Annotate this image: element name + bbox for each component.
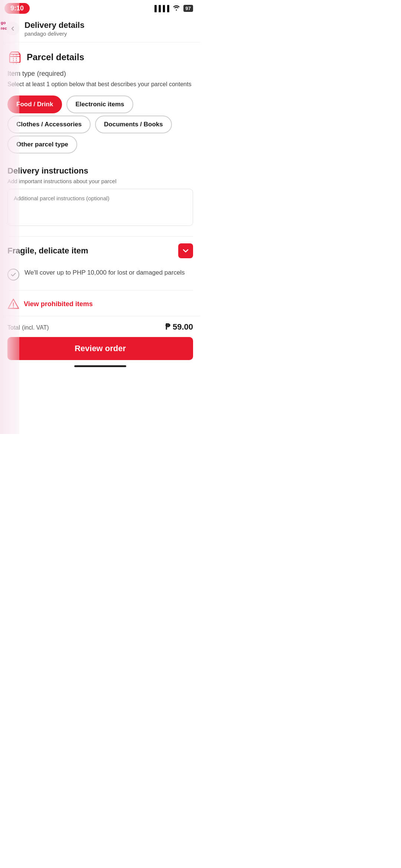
page-subtitle: pandago delivery [25,30,84,37]
delivery-instructions-desc: Add important instructions about your pa… [7,178,193,184]
pill-other-parcel-type[interactable]: Other parcel type [7,136,77,153]
delivery-instructions-title: Delivery instructions [7,166,193,176]
svg-rect-0 [10,54,20,62]
fragile-title: Fragile, delicate item [7,246,88,256]
item-type-description: Select at least 1 option below that best… [7,80,193,89]
main-content: Parcel details Item type (required) Sele… [0,42,200,316]
header-text: Delivery details pandago delivery [25,20,84,37]
parcel-instructions-input[interactable] [7,189,193,226]
view-prohibited-link[interactable]: View prohibited items [24,300,93,308]
fragile-coverage-info: We'll cover up to PHP 10,000 for lost or… [7,264,193,284]
item-type-pills-row2: Clothes / Accessories Documents / Books [7,116,193,133]
item-type-pills: Food / Drink Electronic items [7,95,193,113]
total-amount: ₱ 59.00 [165,322,193,332]
pill-clothes-accessories[interactable]: Clothes / Accessories [7,116,91,133]
total-label: Total (incl. VAT) [7,323,49,331]
parcel-icon [7,50,22,65]
header: Delivery details pandago delivery [0,17,200,42]
home-indicator [0,360,200,370]
parcel-section-header: Parcel details [7,42,193,69]
review-order-button[interactable]: Review order [7,337,193,360]
signal-icon: ▐▐▐▐ [152,5,169,12]
pill-documents-books[interactable]: Documents / Books [95,116,172,133]
fragile-section: Fragile, delicate item We'll cover up to… [7,236,193,284]
svg-point-2 [13,307,14,307]
total-row: Total (incl. VAT) ₱ 59.00 [7,322,193,332]
page-title: Delivery details [25,20,84,30]
back-button[interactable] [6,22,19,35]
status-bar: 9:10 ▐▐▐▐ 97 [0,0,200,17]
prohibited-items-row: View prohibited items [7,290,193,316]
status-icons: ▐▐▐▐ 97 [152,5,193,12]
home-bar [74,365,126,367]
warning-icon [7,298,19,310]
check-circle-icon [7,269,19,281]
footer: Total (incl. VAT) ₱ 59.00 Review order [0,316,200,360]
fragile-toggle-button[interactable] [178,243,193,258]
parcel-section-title: Parcel details [27,52,84,62]
item-type-pills-row3: Other parcel type [7,136,193,153]
wifi-icon [172,5,180,12]
item-type-section: Item type (required) Select at least 1 o… [7,69,193,153]
pill-food-drink[interactable]: Food / Drink [7,95,62,113]
delivery-instructions-section: Delivery instructions Add important inst… [7,156,193,227]
fragile-header: Fragile, delicate item [7,243,193,258]
pill-electronic-items[interactable]: Electronic items [66,95,133,113]
battery-icon: 97 [183,5,193,12]
fragile-coverage-text: We'll cover up to PHP 10,000 for lost or… [25,268,185,278]
time-display: 9:10 [4,3,30,14]
item-type-label: Item type (required) [7,69,193,78]
